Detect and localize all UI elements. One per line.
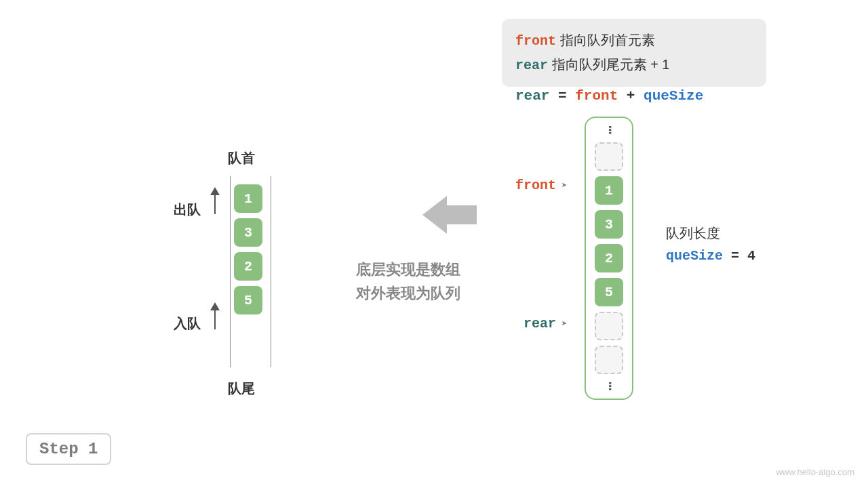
rear-pointer-text: rear xyxy=(524,316,556,331)
array-cell: 5 xyxy=(595,278,623,306)
queue-cell: 3 xyxy=(234,218,262,247)
queue-pipe-left xyxy=(230,176,231,367)
legend-rear-kw: rear xyxy=(515,58,548,73)
dequeue-label: 出队 xyxy=(174,201,201,219)
legend-front-kw: front xyxy=(515,33,556,49)
queue-items: 1 3 2 5 xyxy=(234,184,262,314)
array-container: ⋯ 1 3 2 5 ⋯ xyxy=(585,117,633,400)
queue-tail-label: 队尾 xyxy=(228,380,255,398)
array-empty-cell xyxy=(595,312,623,340)
front-pointer: front ➤ xyxy=(515,178,567,193)
queue-cell: 2 xyxy=(234,252,262,281)
quesize-eq: = xyxy=(723,248,747,264)
center-line2: 对外表现为队列 xyxy=(356,281,460,305)
array-cell: 2 xyxy=(595,244,623,272)
queue-head-label: 队首 xyxy=(228,149,255,167)
pointer-arrow-icon: ➤ xyxy=(561,318,567,329)
quesize-val: 4 xyxy=(747,248,755,264)
formula-eq1: = xyxy=(549,88,575,104)
quesize-var: queSize xyxy=(666,248,723,264)
legend-rear-txt: 指向队列尾元素 + 1 xyxy=(552,57,670,72)
legend-box: front 指向队列首元素 rear 指向队列尾元素 + 1 xyxy=(502,19,766,87)
array-cell: 3 xyxy=(595,210,623,239)
ellipsis-icon: ⋯ xyxy=(606,125,612,135)
rear-pointer: rear ➤ xyxy=(524,316,567,331)
step-badge: Step 1 xyxy=(26,433,111,465)
center-caption: 底层实现是数组 对外表现为队列 xyxy=(356,258,460,305)
queue-length-title: 队列长度 xyxy=(666,222,755,244)
formula-plus: + xyxy=(618,88,644,104)
array-empty-cell xyxy=(595,142,623,171)
pointer-arrow-icon: ➤ xyxy=(561,180,567,191)
formula-quesize: queSize xyxy=(644,88,703,104)
svg-marker-0 xyxy=(422,196,477,234)
ellipsis-icon: ⋯ xyxy=(606,382,612,391)
formula: rear = front + queSize xyxy=(515,88,703,104)
formula-front: front xyxy=(575,88,618,104)
legend-line-rear: rear 指向队列尾元素 + 1 xyxy=(515,53,753,77)
queue-length-note: 队列长度 queSize = 4 xyxy=(666,222,755,267)
queue-cell: 1 xyxy=(234,184,262,213)
queue-cell: 5 xyxy=(234,286,262,314)
legend-front-txt: 指向队列首元素 xyxy=(560,33,655,47)
queue-pipe-right xyxy=(271,176,271,367)
array-empty-cell xyxy=(595,346,623,374)
arrow-up-icon xyxy=(209,187,221,214)
legend-line-front: front 指向队列首元素 xyxy=(515,28,753,53)
front-pointer-text: front xyxy=(515,178,556,193)
array-cell: 1 xyxy=(595,176,623,205)
arrow-up-icon xyxy=(209,302,221,329)
big-arrow-left-icon xyxy=(422,193,477,240)
watermark: www.hello-algo.com xyxy=(776,467,854,477)
formula-rear: rear xyxy=(515,88,549,104)
enqueue-label: 入队 xyxy=(174,314,201,333)
center-line1: 底层实现是数组 xyxy=(356,258,460,281)
